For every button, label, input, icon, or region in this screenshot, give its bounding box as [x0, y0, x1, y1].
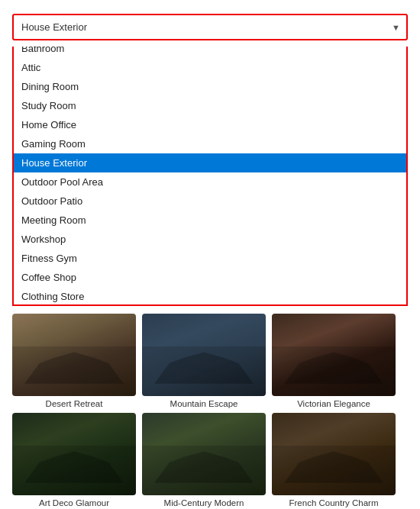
gallery-row-1: Art Deco GlamourMid-Century ModernFrench…	[12, 413, 408, 507]
dropdown-item-coffee-shop[interactable]: Coffee Shop	[14, 268, 406, 287]
gallery-label-art-deco-glamour: Art Deco Glamour	[39, 498, 109, 507]
gallery-img-victorian-elegance	[272, 314, 396, 396]
dropdown-item-workshop[interactable]: Workshop	[14, 230, 406, 249]
dropdown-item-house-exterior[interactable]: House Exterior	[14, 153, 406, 172]
gallery-label-victorian-elegance: Victorian Elegance	[297, 399, 370, 408]
gallery-item-victorian-elegance[interactable]: Victorian Elegance	[272, 314, 396, 408]
dropdown-item-study-room[interactable]: Study Room	[14, 96, 406, 115]
gallery-item-mountain-escape[interactable]: Mountain Escape	[142, 314, 266, 408]
dropdown-item-fitness-gym[interactable]: Fitness Gym	[14, 249, 406, 268]
dropdown-item-clothing-store[interactable]: Clothing Store	[14, 287, 406, 306]
gallery-label-mid-century-modern: Mid-Century Modern	[164, 498, 244, 507]
dropdown-item-gaming-room[interactable]: Gaming Room	[14, 134, 406, 153]
gallery-img-desert-retreat	[12, 314, 136, 396]
dropdown-item-bathroom[interactable]: Bathroom	[14, 47, 406, 58]
dropdown-item-home-office[interactable]: Home Office	[14, 115, 406, 134]
gallery-item-mid-century-modern[interactable]: Mid-Century Modern	[142, 413, 266, 507]
gallery-label-desert-retreat: Desert Retreat	[46, 399, 103, 408]
gallery-img-mountain-escape	[142, 314, 266, 396]
dropdown-item-dining-room[interactable]: Dining Room	[14, 77, 406, 96]
gallery-row-0: Desert RetreatMountain EscapeVictorian E…	[12, 314, 408, 408]
dropdown-item-outdoor-pool-area[interactable]: Outdoor Pool Area	[14, 172, 406, 192]
gallery-img-french-country-charm	[272, 413, 396, 495]
dropdown-item-attic[interactable]: Attic	[14, 58, 406, 77]
gallery-label-french-country-charm: French Country Charm	[289, 498, 379, 507]
gallery-img-art-deco-glamour	[12, 413, 136, 495]
gallery-item-art-deco-glamour[interactable]: Art Deco Glamour	[12, 413, 136, 507]
dropdown-list[interactable]: Living RoomKitchenBedroomBathroomAtticDi…	[12, 47, 408, 306]
gallery-item-french-country-charm[interactable]: French Country Charm	[272, 413, 396, 507]
gallery-item-desert-retreat[interactable]: Desert Retreat	[12, 314, 136, 408]
dropdown-item-outdoor-patio[interactable]: Outdoor Patio	[14, 192, 406, 211]
gallery-label-mountain-escape: Mountain Escape	[170, 399, 238, 408]
page-wrapper: Living RoomKitchenBedroomBathroomAtticDi…	[0, 0, 420, 509]
gallery-img-mid-century-modern	[142, 413, 266, 495]
gallery-section: Desert RetreatMountain EscapeVictorian E…	[12, 314, 408, 509]
select-wrapper: Living RoomKitchenBedroomBathroomAtticDi…	[12, 14, 408, 40]
style-select[interactable]: Living RoomKitchenBedroomBathroomAtticDi…	[12, 14, 408, 40]
dropdown-item-meeting-room[interactable]: Meeting Room	[14, 211, 406, 230]
